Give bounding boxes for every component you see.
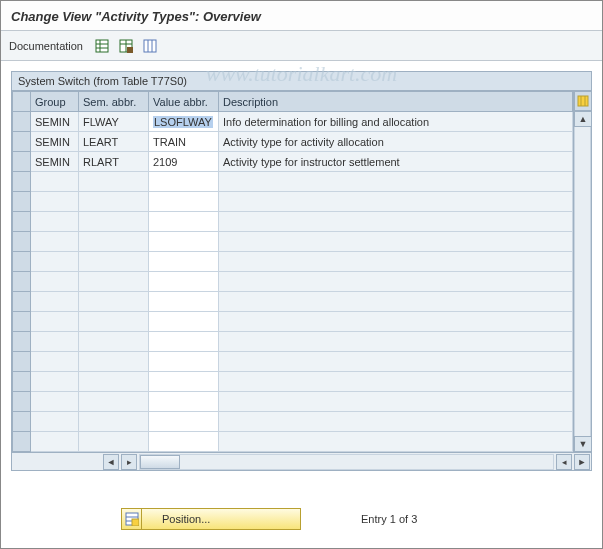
cell-description (219, 292, 573, 312)
configure-columns-icon[interactable] (574, 91, 592, 111)
cell-group (31, 432, 79, 452)
table-row (13, 272, 573, 292)
scroll-right-icon[interactable]: ◂ (556, 454, 572, 470)
entry-counter: Entry 1 of 3 (361, 513, 417, 525)
cell-value[interactable] (149, 172, 219, 192)
scroll-left-icon[interactable]: ▸ (121, 454, 137, 470)
row-selector[interactable] (13, 112, 31, 132)
cell-description (219, 232, 573, 252)
column-header-desc[interactable]: Description (219, 92, 573, 112)
column-header-sem[interactable]: Sem. abbr. (79, 92, 149, 112)
cell-value[interactable]: 2109 (149, 152, 219, 172)
cell-description: Activity type for activity allocation (219, 132, 573, 152)
table-view-icon[interactable] (93, 37, 111, 55)
cell-value[interactable] (149, 312, 219, 332)
row-selector (13, 292, 31, 312)
cell-description (219, 312, 573, 332)
row-selector (13, 412, 31, 432)
cell-sem (79, 292, 149, 312)
select-all-header[interactable] (13, 92, 31, 112)
position-icon (122, 509, 142, 529)
cell-group (31, 272, 79, 292)
hscroll-thumb[interactable] (140, 455, 180, 469)
cell-value[interactable]: TRAIN (149, 132, 219, 152)
cell-value[interactable] (149, 272, 219, 292)
cell-description (219, 172, 573, 192)
hscroll-track[interactable] (139, 454, 554, 470)
cell-sem (79, 412, 149, 432)
row-selector (13, 352, 31, 372)
table-row (13, 172, 573, 192)
scroll-down-icon[interactable]: ▼ (574, 436, 592, 452)
cell-value[interactable] (149, 192, 219, 212)
cell-value[interactable] (149, 372, 219, 392)
cell-value[interactable] (149, 432, 219, 452)
cell-value[interactable] (149, 392, 219, 412)
footer: Position... Entry 1 of 3 (1, 508, 602, 530)
row-selector (13, 272, 31, 292)
table-columns-icon[interactable] (141, 37, 159, 55)
table-row (13, 332, 573, 352)
table-row (13, 192, 573, 212)
cell-group (31, 392, 79, 412)
row-selector (13, 212, 31, 232)
cell-value[interactable] (149, 232, 219, 252)
cell-sem (79, 172, 149, 192)
column-header-group[interactable]: Group (31, 92, 79, 112)
table-row (13, 392, 573, 412)
column-header-val[interactable]: Value abbr. (149, 92, 219, 112)
system-switch-panel: System Switch (from Table T77S0) Group S… (11, 71, 592, 471)
table-row (13, 412, 573, 432)
cell-sem (79, 212, 149, 232)
cell-group (31, 292, 79, 312)
cell-description (219, 352, 573, 372)
cell-value[interactable] (149, 352, 219, 372)
svg-rect-0 (96, 40, 108, 52)
horizontal-scrollbar[interactable]: ◄ ▸ ◂ ► (12, 452, 591, 470)
cell-value[interactable]: LSOFLWAY (149, 112, 219, 132)
cell-group (31, 172, 79, 192)
table-row (13, 372, 573, 392)
cell-group (31, 192, 79, 212)
svg-rect-17 (132, 519, 139, 526)
scroll-up-icon[interactable]: ▲ (574, 111, 592, 127)
cell-value[interactable] (149, 212, 219, 232)
position-button[interactable]: Position... (121, 508, 301, 530)
cell-sem (79, 332, 149, 352)
table-row (13, 432, 573, 452)
cell-sem (79, 372, 149, 392)
cell-value[interactable] (149, 412, 219, 432)
table-row[interactable]: SEMINFLWAYLSOFLWAYInfo determination for… (13, 112, 573, 132)
vertical-scrollbar[interactable]: ▲ ▼ (573, 91, 591, 452)
scroll-left-first-icon[interactable]: ◄ (103, 454, 119, 470)
svg-rect-7 (127, 47, 133, 53)
cell-sem (79, 192, 149, 212)
cell-description: Info determination for billing and alloc… (219, 112, 573, 132)
table-row[interactable]: SEMINLEARTTRAINActivity type for activit… (13, 132, 573, 152)
scroll-right-last-icon[interactable]: ► (574, 454, 590, 470)
row-selector[interactable] (13, 152, 31, 172)
row-selector (13, 252, 31, 272)
row-selector (13, 192, 31, 212)
row-selector[interactable] (13, 132, 31, 152)
cell-sem (79, 252, 149, 272)
cell-sem (79, 272, 149, 292)
panel-title: System Switch (from Table T77S0) (12, 72, 591, 91)
vscroll-track[interactable] (574, 127, 591, 436)
cell-description (219, 372, 573, 392)
cell-sem (79, 232, 149, 252)
svg-rect-8 (144, 40, 156, 52)
table-row[interactable]: SEMINRLART2109Activity type for instruct… (13, 152, 573, 172)
documentation-button[interactable]: Documentation (9, 40, 83, 52)
cell-sem (79, 392, 149, 412)
cell-sem: FLWAY (79, 112, 149, 132)
table-settings-icon[interactable] (117, 37, 135, 55)
cell-value[interactable] (149, 252, 219, 272)
cell-group (31, 212, 79, 232)
cell-value[interactable] (149, 332, 219, 352)
cell-group (31, 252, 79, 272)
cell-value[interactable] (149, 292, 219, 312)
page-title: Change View "Activity Types": Overview (1, 1, 602, 31)
cell-sem: RLART (79, 152, 149, 172)
table-row (13, 312, 573, 332)
